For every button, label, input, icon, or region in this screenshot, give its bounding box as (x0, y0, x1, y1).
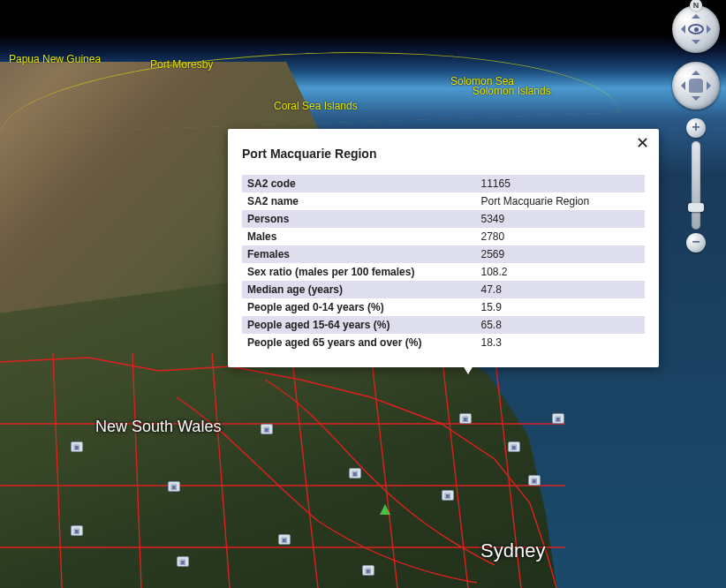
look-up-icon[interactable] (692, 10, 700, 19)
table-row: People aged 0-14 years (%)15.9 (242, 298, 645, 316)
table-row: SA2 code11165 (242, 175, 645, 192)
stat-value: 2569 (475, 245, 645, 263)
stat-label: People aged 0-14 years (%) (242, 298, 475, 316)
placemark-icon[interactable]: ▣ (177, 556, 189, 567)
stat-label: SA2 name (242, 192, 475, 210)
stat-label: Median age (years) (242, 281, 475, 298)
table-row: Median age (years)47.8 (242, 281, 645, 298)
placemark-icon[interactable]: ▣ (278, 534, 291, 545)
placemark-icon[interactable]: ▣ (508, 441, 520, 452)
stat-label: Persons (242, 210, 475, 228)
zoom-slider-thumb[interactable] (688, 203, 704, 212)
info-balloon: ✕ Port Macquarie Region SA2 code11165SA2… (228, 129, 659, 367)
label-coral-sea: Coral Sea Islands (274, 100, 358, 112)
stat-value: 65.8 (475, 316, 645, 334)
placemark-icon[interactable]: ▣ (528, 475, 541, 486)
balloon-title: Port Macquarie Region (242, 147, 645, 161)
table-row: Persons5349 (242, 210, 645, 228)
pan-up-icon[interactable] (692, 66, 700, 75)
placemark-icon[interactable]: ▣ (442, 490, 454, 501)
table-row: People aged 65 years and over (%)18.3 (242, 334, 645, 351)
table-row: Sex ratio (males per 100 females)108.2 (242, 263, 645, 281)
zoom-out-button[interactable]: − (686, 233, 706, 253)
stat-value: 108.2 (475, 263, 645, 281)
label-port-moresby: Port Moresby (150, 58, 213, 71)
stat-label: SA2 code (242, 175, 475, 192)
placemark-icon[interactable]: ▣ (168, 481, 180, 492)
placemark-icon[interactable]: ▣ (349, 468, 361, 479)
placemark-icon[interactable]: ▣ (552, 413, 564, 424)
zoom-in-button[interactable]: + (686, 118, 706, 138)
map-viewport[interactable]: Papua New Guinea Port Moresby Coral Sea … (0, 0, 726, 588)
eye-icon (688, 24, 704, 34)
stat-label: People aged 15-64 years (%) (242, 316, 475, 334)
pan-left-icon[interactable] (677, 81, 685, 90)
placemark-icon[interactable]: ▣ (71, 441, 83, 452)
stat-value: 18.3 (475, 334, 645, 351)
table-row: Males2780 (242, 228, 645, 245)
table-row: SA2 namePort Macquarie Region (242, 192, 645, 210)
label-solomon-islands: Solomon Islands (473, 85, 551, 97)
stat-value: 47.8 (475, 281, 645, 298)
look-ring[interactable]: N (672, 5, 720, 53)
tree-icon[interactable] (380, 499, 390, 515)
stat-label: Females (242, 245, 475, 263)
stats-table: SA2 code11165SA2 namePort Macquarie Regi… (242, 175, 645, 351)
close-icon[interactable]: ✕ (634, 136, 650, 152)
look-left-icon[interactable] (677, 25, 685, 34)
pan-ring[interactable] (672, 62, 720, 109)
stat-label: Males (242, 228, 475, 245)
label-png: Papua New Guinea (9, 53, 101, 65)
stat-value: 2780 (475, 228, 645, 245)
pan-right-icon[interactable] (707, 81, 715, 90)
placemark-icon[interactable]: ▣ (71, 525, 83, 536)
stat-label: Sex ratio (males per 100 females) (242, 263, 475, 281)
zoom-control: + − (686, 118, 706, 253)
pan-down-icon[interactable] (692, 96, 700, 105)
placemark-icon[interactable]: ▣ (362, 565, 374, 576)
stat-label: People aged 65 years and over (%) (242, 334, 475, 351)
stat-value: 11165 (475, 175, 645, 192)
placemark-icon[interactable]: ▣ (459, 413, 472, 424)
table-row: People aged 15-64 years (%)65.8 (242, 316, 645, 334)
label-nsw: New South Wales (95, 418, 221, 436)
zoom-slider-track[interactable] (692, 141, 700, 230)
placemark-icon[interactable]: ▣ (261, 424, 273, 434)
nav-controls: N + − (671, 5, 721, 253)
label-sydney: Sydney (480, 539, 545, 562)
look-down-icon[interactable] (692, 40, 700, 49)
table-row: Females2569 (242, 245, 645, 263)
stat-value: 15.9 (475, 298, 645, 316)
hand-icon (689, 79, 703, 93)
look-right-icon[interactable] (707, 25, 715, 34)
stat-value: Port Macquarie Region (475, 192, 645, 210)
stat-value: 5349 (475, 210, 645, 228)
